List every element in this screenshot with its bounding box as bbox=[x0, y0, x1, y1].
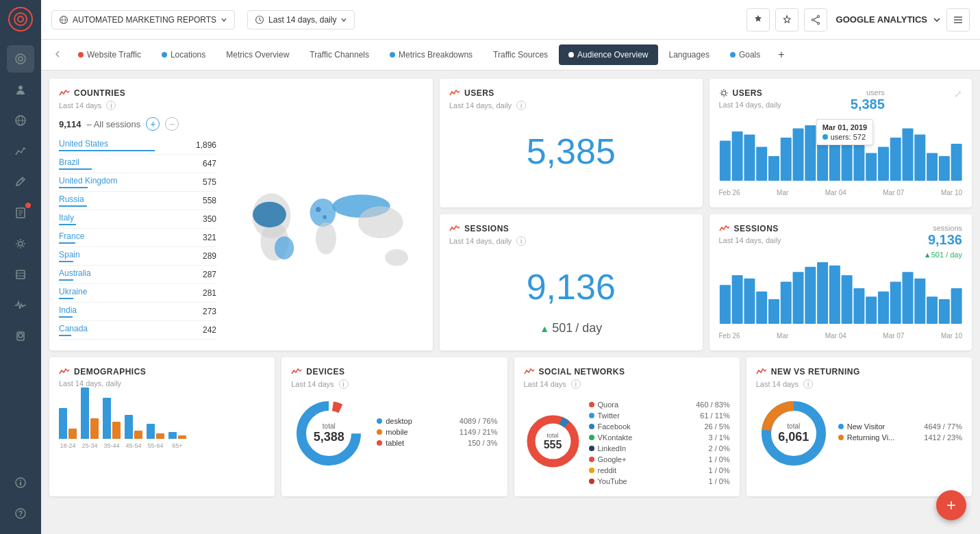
svg-rect-77 bbox=[841, 275, 852, 324]
social-donut: total 555 bbox=[524, 412, 582, 470]
tab-locations[interactable]: Locations bbox=[152, 44, 215, 65]
users-chart-card: USERS Last 14 days, daily users 5,385 ⤢ … bbox=[709, 79, 972, 207]
menu-button[interactable] bbox=[946, 8, 970, 31]
report-label: AUTOMATED MARKETING REPORTS bbox=[73, 15, 216, 25]
new-vs-returning-card: NEW VS RETURNING Last 14 days i total 6,… bbox=[746, 357, 972, 496]
timerange-chevron-icon bbox=[340, 16, 347, 23]
users-trend-icon bbox=[449, 88, 460, 98]
sidebar-item-info[interactable] bbox=[7, 469, 34, 496]
svg-rect-54 bbox=[805, 125, 816, 181]
demographics-card: DEMOGRAPHICS Last 14 days, daily 18-24 2… bbox=[49, 357, 275, 496]
users-subtitle: Last 14 days, daily i bbox=[449, 101, 693, 110]
list-item[interactable]: Italy 350 bbox=[59, 210, 216, 229]
svg-rect-74 bbox=[805, 267, 816, 324]
users-info-icon: i bbox=[516, 101, 526, 110]
list-item[interactable]: Ukraine 281 bbox=[59, 284, 216, 303]
list-item: Google+ 1 / 0% bbox=[589, 454, 730, 465]
list-item[interactable]: United States 1,896 bbox=[59, 136, 216, 155]
sidebar-item-activity[interactable] bbox=[7, 292, 34, 319]
sessions-chart-trend-icon bbox=[719, 224, 730, 233]
sidebar-item-users[interactable] bbox=[7, 76, 34, 103]
trend-icon bbox=[59, 88, 70, 98]
svg-point-13 bbox=[18, 242, 23, 246]
tab-traffic-channels[interactable]: Traffic Channels bbox=[300, 44, 379, 65]
devices-title: DEVICES bbox=[306, 367, 344, 377]
countries-subtitle: Last 14 days i bbox=[59, 101, 423, 110]
sidebar-item-analytics[interactable] bbox=[7, 138, 34, 165]
social-total-label: total bbox=[544, 432, 562, 439]
countries-minus-btn[interactable]: − bbox=[165, 117, 179, 131]
sidebar bbox=[0, 0, 41, 534]
tab-metrics-breakdowns[interactable]: Metrics Breakdowns bbox=[380, 44, 482, 65]
svg-point-27 bbox=[817, 15, 819, 17]
countries-add-btn[interactable]: + bbox=[146, 117, 160, 131]
svg-rect-60 bbox=[877, 147, 888, 181]
share-button[interactable] bbox=[804, 8, 827, 31]
users-chart-area: Mar 01, 2019 users: 572 Feb 26 Mar Mar 0… bbox=[719, 116, 963, 198]
nvr-info-icon: i bbox=[803, 379, 813, 389]
svg-rect-14 bbox=[16, 270, 25, 279]
svg-point-3 bbox=[18, 57, 23, 61]
list-item: Facebook 26 / 5% bbox=[589, 421, 730, 432]
list-item: reddit 1 / 0% bbox=[589, 465, 730, 476]
tab-website-traffic[interactable]: Website Traffic bbox=[68, 44, 151, 65]
svg-point-4 bbox=[18, 86, 23, 90]
svg-point-0 bbox=[14, 13, 27, 25]
sidebar-item-globe[interactable] bbox=[7, 107, 34, 134]
list-item[interactable]: Spain 289 bbox=[59, 247, 216, 266]
sidebar-item-database[interactable] bbox=[7, 261, 34, 288]
svg-rect-73 bbox=[792, 272, 803, 324]
sessions-value: 9,136 bbox=[449, 253, 693, 321]
tab-metrics-overview[interactable]: Metrics Overview bbox=[216, 44, 299, 65]
list-item[interactable]: India 273 bbox=[59, 303, 216, 321]
demo-group: 65+ bbox=[168, 432, 186, 449]
list-item[interactable]: Russia 558 bbox=[59, 192, 216, 210]
devices-subtitle: Last 14 days i bbox=[291, 379, 497, 389]
sidebar-item-tools[interactable] bbox=[7, 230, 34, 257]
list-item[interactable]: France 321 bbox=[59, 229, 216, 247]
list-item: Quora 460 / 83% bbox=[589, 399, 730, 410]
sidebar-item-profile[interactable] bbox=[7, 322, 34, 350]
countries-title: COUNTRIES bbox=[74, 88, 125, 98]
magic-button[interactable] bbox=[746, 8, 770, 31]
sessions-chart-subvalue: ▲501 / day bbox=[924, 251, 962, 259]
expand-icon[interactable]: ⤢ bbox=[954, 88, 962, 99]
tab-languages[interactable]: Languages bbox=[659, 44, 719, 65]
svg-point-37 bbox=[310, 198, 336, 226]
sidebar-logo[interactable] bbox=[8, 7, 33, 31]
svg-line-31 bbox=[814, 20, 817, 22]
devices-total: 5,388 bbox=[314, 430, 344, 444]
svg-point-28 bbox=[812, 18, 814, 21]
tab-goals[interactable]: Goals bbox=[720, 44, 770, 65]
nav-back-arrow[interactable] bbox=[48, 47, 67, 64]
tab-audience-overview[interactable]: Audience Overview bbox=[559, 44, 657, 65]
report-dropdown[interactable]: AUTOMATED MARKETING REPORTS bbox=[51, 10, 235, 29]
list-item[interactable]: United Kingdom 575 bbox=[59, 173, 216, 192]
tab-traffic-sources[interactable]: Traffic Sources bbox=[483, 44, 557, 65]
svg-rect-47 bbox=[719, 141, 730, 181]
svg-rect-70 bbox=[756, 292, 767, 324]
svg-rect-61 bbox=[890, 138, 901, 181]
users-metric-card: USERS Last 14 days, daily i 5,385 bbox=[440, 79, 703, 207]
list-item[interactable]: Australia 287 bbox=[59, 266, 216, 284]
svg-rect-50 bbox=[756, 147, 767, 181]
fab-button[interactable]: + bbox=[936, 490, 966, 520]
svg-point-43 bbox=[316, 207, 321, 212]
tooltip-date: Mar 01, 2019 bbox=[822, 123, 867, 131]
svg-rect-59 bbox=[866, 153, 877, 181]
svg-rect-78 bbox=[853, 288, 864, 324]
main-content: COUNTRIES Last 14 days i 9,114 – All ses… bbox=[41, 71, 980, 534]
demo-group: 55-64 bbox=[147, 424, 164, 449]
list-item[interactable]: Canada 242 bbox=[59, 321, 216, 340]
list-item[interactable]: Brazil 647 bbox=[59, 155, 216, 173]
timerange-dropdown[interactable]: Last 14 days, daily bbox=[247, 10, 355, 29]
sidebar-item-home[interactable] bbox=[7, 45, 34, 73]
sidebar-item-reports[interactable] bbox=[7, 199, 34, 227]
star-button[interactable] bbox=[775, 8, 799, 31]
list-item: Twitter 61 / 11% bbox=[589, 410, 730, 421]
sidebar-item-edit[interactable] bbox=[7, 168, 34, 196]
svg-line-8 bbox=[21, 179, 23, 181]
add-tab-button[interactable]: + bbox=[771, 49, 791, 61]
sidebar-item-billing[interactable] bbox=[7, 500, 34, 527]
demo-group: 45-54 bbox=[125, 415, 142, 449]
